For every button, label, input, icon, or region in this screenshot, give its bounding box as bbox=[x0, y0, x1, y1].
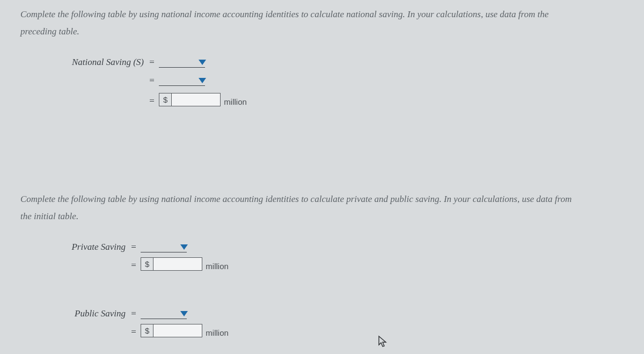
equals-2: = bbox=[147, 75, 157, 86]
public-saving-amount-input[interactable] bbox=[153, 324, 202, 337]
public-saving-label: Public Saving bbox=[75, 308, 126, 319]
national-saving-label: National Saving (S) bbox=[72, 57, 144, 67]
chevron-down-icon[interactable] bbox=[180, 311, 188, 316]
instruction-2-line2: the initial table. bbox=[20, 209, 624, 223]
national-saving-formula-blank-1[interactable] bbox=[159, 55, 205, 68]
national-saving-row3: = $ million bbox=[20, 90, 624, 106]
equals-1: = bbox=[147, 57, 157, 68]
dollar-sign: $ bbox=[141, 324, 153, 337]
instruction-1-line1: Complete the following table by using na… bbox=[20, 8, 624, 21]
equals-3: = bbox=[147, 96, 157, 106]
cursor-icon bbox=[378, 335, 389, 350]
private-saving-formula-blank[interactable] bbox=[141, 240, 187, 252]
private-saving-label: Private Saving bbox=[71, 242, 126, 252]
national-saving-amount-input[interactable] bbox=[171, 93, 221, 106]
chevron-down-icon[interactable] bbox=[199, 78, 206, 83]
equals-6: = bbox=[129, 308, 138, 319]
chevron-down-icon[interactable] bbox=[199, 60, 206, 65]
national-saving-row1: National Saving (S) = bbox=[20, 52, 624, 68]
instruction-2-line1: Complete the following table by using na… bbox=[20, 192, 624, 206]
public-saving-formula-blank[interactable] bbox=[141, 307, 187, 319]
chevron-down-icon[interactable] bbox=[180, 244, 188, 250]
private-saving-row1: Private Saving = bbox=[20, 236, 624, 252]
unit-million: million bbox=[206, 262, 229, 271]
exercise-page: Complete the following table by using na… bbox=[0, 0, 644, 354]
equals-4: = bbox=[129, 242, 138, 252]
public-saving-row1: Public Saving = bbox=[20, 303, 624, 319]
equals-5: = bbox=[129, 260, 138, 271]
national-saving-formula-blank-2[interactable] bbox=[159, 74, 205, 86]
private-saving-amount-input[interactable] bbox=[153, 257, 202, 271]
dollar-sign: $ bbox=[141, 257, 153, 271]
public-saving-row2: = $ million bbox=[20, 321, 624, 337]
equals-7: = bbox=[129, 327, 138, 337]
unit-million: million bbox=[224, 97, 247, 106]
unit-million: million bbox=[206, 328, 229, 337]
dollar-sign: $ bbox=[159, 93, 171, 106]
instruction-1-line2: preceding table. bbox=[20, 25, 624, 39]
national-saving-row2: = bbox=[20, 70, 624, 86]
private-saving-row2: = $ million bbox=[20, 255, 624, 271]
